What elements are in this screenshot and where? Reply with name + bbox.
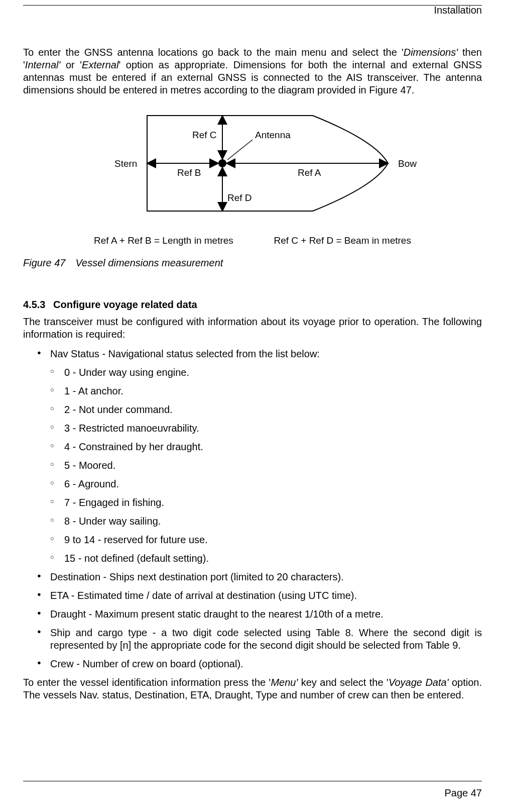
bullet-destination: Destination - Ships next destination por… bbox=[23, 571, 482, 583]
nav-item: 0 - Under way using engine. bbox=[50, 366, 482, 379]
document-page: Installation To enter the GNSS antenna l… bbox=[0, 0, 505, 812]
bullet-list: Nav Status - Navigational status selecte… bbox=[23, 348, 482, 670]
bullet-crew: Crew - Number of crew on board (optional… bbox=[23, 658, 482, 670]
nav-status-sublist: 0 - Under way using engine. 1 - At ancho… bbox=[50, 366, 482, 565]
label-refa: Ref A bbox=[298, 167, 321, 178]
bullet-nav-status: Nav Status - Navigational status selecte… bbox=[23, 348, 482, 565]
label-antenna: Antenna bbox=[255, 130, 291, 140]
closing-voyage: Voyage Data' bbox=[389, 677, 449, 688]
intro-paragraph: To enter the GNSS antenna locations go b… bbox=[23, 46, 482, 96]
nav-item: 15 - not defined (default setting). bbox=[50, 552, 482, 565]
label-refb: Ref B bbox=[177, 167, 201, 178]
eq-beam: Ref C + Ref D = Beam in metres bbox=[274, 235, 411, 246]
label-refd: Ref D bbox=[227, 192, 252, 203]
nav-item: 4 - Constrained by her draught. bbox=[50, 441, 482, 453]
label-bow: Bow bbox=[398, 158, 417, 169]
closing-part1: To enter the vessel identification infor… bbox=[23, 677, 271, 688]
closing-paragraph: To enter the vessel identification infor… bbox=[23, 676, 482, 701]
svg-point-0 bbox=[218, 159, 226, 167]
figure-caption: Figure 47 Vessel dimensions measurement bbox=[23, 257, 482, 269]
bullet-ship-cargo: Ship and cargo type - a two digit code s… bbox=[23, 627, 482, 652]
intro-dimensions: Dimensions' bbox=[404, 47, 458, 58]
section-number: 4.5.3 bbox=[23, 299, 53, 311]
label-refc: Ref C bbox=[192, 130, 217, 140]
eq-length: Ref A + Ref B = Length in metres bbox=[94, 235, 233, 246]
page-footer: Page 47 bbox=[23, 781, 482, 799]
bullet-draught: Draught - Maximum present static draught… bbox=[23, 608, 482, 621]
nav-item: 3 - Restricted manoeuvrability. bbox=[50, 422, 482, 435]
intro-internal: Internal' bbox=[25, 59, 61, 70]
section-lead: The transceiver must be configured with … bbox=[23, 316, 482, 341]
nav-item: 5 - Moored. bbox=[50, 459, 482, 472]
figure-47: Stern Bow Antenna Ref C Ref B Ref A Ref … bbox=[23, 111, 482, 246]
nav-item: 8 - Under way sailing. bbox=[50, 515, 482, 528]
nav-item: 6 - Aground. bbox=[50, 478, 482, 490]
nav-item: 9 to 14 - reserved for future use. bbox=[50, 534, 482, 546]
nav-item: 7 - Engaged in fishing. bbox=[50, 496, 482, 509]
section-title: Configure voyage related data bbox=[53, 299, 197, 310]
closing-menu: Menu' bbox=[271, 677, 298, 688]
intro-part1: To enter the GNSS antenna locations go b… bbox=[23, 47, 404, 58]
vessel-diagram-svg: Stern Bow Antenna Ref C Ref B Ref A Ref … bbox=[77, 111, 428, 216]
intro-part3: or ' bbox=[60, 59, 82, 70]
bullet-nav-status-text: Nav Status - Navigational status selecte… bbox=[50, 348, 320, 359]
nav-item: 2 - Not under command. bbox=[50, 403, 482, 416]
svg-line-5 bbox=[227, 140, 252, 160]
label-stern: Stern bbox=[114, 158, 137, 169]
intro-external: External bbox=[82, 59, 118, 70]
bottom-rule bbox=[23, 781, 482, 781]
figure-equations: Ref A + Ref B = Length in metres Ref C +… bbox=[77, 235, 428, 246]
closing-part2: key and select the ' bbox=[298, 677, 389, 688]
running-head: Installation bbox=[23, 5, 482, 16]
bullet-eta: ETA - Estimated time / date of arrival a… bbox=[23, 589, 482, 602]
page-number: Page 47 bbox=[23, 787, 482, 799]
nav-item: 1 - At anchor. bbox=[50, 385, 482, 397]
section-heading: 4.5.3Configure voyage related data bbox=[23, 299, 482, 311]
